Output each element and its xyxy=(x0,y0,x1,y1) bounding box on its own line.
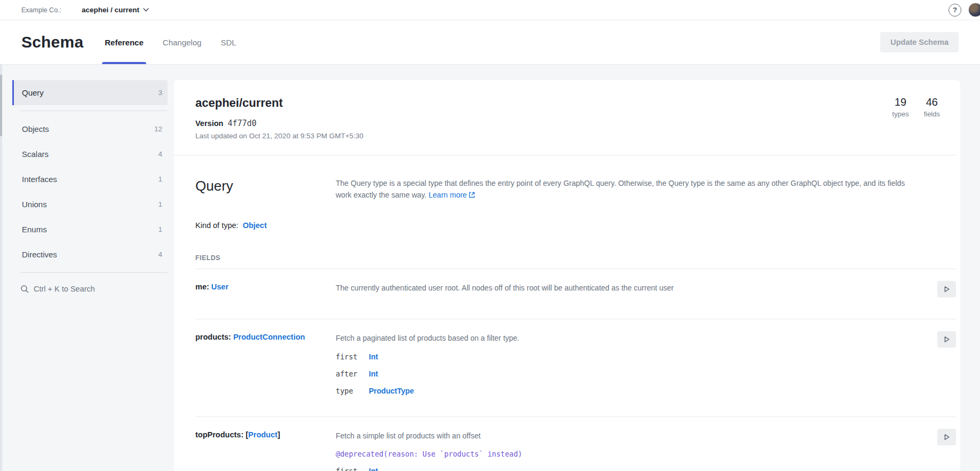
run-field-button[interactable] xyxy=(937,281,956,297)
sidebar-item-interfaces[interactable]: Interfaces 1 xyxy=(12,167,168,192)
sidebar-item-label: Interfaces xyxy=(22,175,57,184)
play-icon xyxy=(943,285,951,293)
type-section-query: Query The Query type is a special type t… xyxy=(195,155,956,471)
graph-selector-label: acephei / current xyxy=(82,6,139,14)
sidebar-item-directives[interactable]: Directives 4 xyxy=(12,242,168,267)
sidebar-divider xyxy=(20,111,168,111)
arg-name: first xyxy=(336,352,361,361)
sidebar-item-count: 1 xyxy=(158,175,162,183)
sidebar-divider xyxy=(20,272,168,273)
learn-more-label: Learn more xyxy=(429,191,467,199)
kind-value-link[interactable]: Object xyxy=(243,221,267,230)
graph-title: acephei/current xyxy=(195,96,363,110)
sidebar-item-count: 4 xyxy=(158,150,162,158)
help-icon[interactable]: ? xyxy=(949,4,961,17)
sidebar-item-enums[interactable]: Enums 1 xyxy=(12,217,168,242)
sidebar-item-label: Query xyxy=(22,88,44,97)
field-name-text: products: xyxy=(195,333,231,341)
version-hash: 4f77d0 xyxy=(227,119,256,128)
tab-sdl[interactable]: SDL xyxy=(220,20,236,64)
schema-stats: 19 types 46 fields xyxy=(892,96,940,140)
stat-label: fields xyxy=(924,110,940,118)
topbar: Example Co.: acephei / current ? xyxy=(0,0,980,20)
field-description: Fetch a paginated list of products based… xyxy=(336,333,928,344)
last-updated: Last updated on Oct 21, 2020 at 9:53 PM … xyxy=(195,132,363,140)
run-field-button[interactable] xyxy=(937,331,956,348)
sidebar-item-objects[interactable]: Objects 12 xyxy=(12,116,168,142)
sidebar-item-label: Directives xyxy=(22,250,57,259)
tab-bar: Reference Changelog SDL xyxy=(105,20,236,64)
field-name: products: ProductConnection xyxy=(195,333,336,395)
graph-selector[interactable]: acephei / current xyxy=(82,6,149,14)
sidebar-item-scalars[interactable]: Scalars 4 xyxy=(12,142,168,167)
sidebar-item-label: Enums xyxy=(22,225,47,234)
stat-value: 19 xyxy=(892,96,909,108)
play-icon xyxy=(943,335,951,343)
page-title: Schema xyxy=(21,33,83,51)
field-type-link[interactable]: Product xyxy=(248,430,278,439)
arg-name: first xyxy=(336,467,361,471)
deprecated-directive: @deprecated(reason: Use `products` inste… xyxy=(336,450,928,458)
chevron-down-icon xyxy=(143,8,149,12)
field-description: Fetch a simple list of products with an … xyxy=(336,430,928,442)
sidebar-item-label: Objects xyxy=(22,124,49,134)
tab-reference[interactable]: Reference xyxy=(105,20,144,64)
sidebar-item-count: 1 xyxy=(158,200,162,208)
type-description: The Query type is a special type that de… xyxy=(336,178,928,201)
schema-search[interactable]: Ctrl + K to Search xyxy=(12,285,168,293)
field-row-products: products: ProductConnection Fetch a pagi… xyxy=(195,319,956,410)
field-row-me: me: User The currently authenticated use… xyxy=(195,269,956,312)
org-label: Example Co.: xyxy=(21,6,61,14)
version-line: Version 4f77d0 xyxy=(195,119,363,128)
run-field-button[interactable] xyxy=(937,429,956,445)
arg-name: after xyxy=(336,370,361,378)
sidebar-item-count: 12 xyxy=(154,125,162,133)
page-scrollbar[interactable] xyxy=(0,64,2,471)
field-name: me: User xyxy=(195,282,336,297)
type-header-row: Query The Query type is a special type t… xyxy=(195,178,956,201)
type-description-text: The Query type is a special type that de… xyxy=(336,179,905,199)
arg-type-link[interactable]: Int xyxy=(369,352,378,361)
page-body: Query 3 Objects 12 Scalars 4 Interfaces … xyxy=(0,64,980,471)
avatar[interactable] xyxy=(968,3,980,17)
field-type-link[interactable]: ProductConnection xyxy=(233,333,305,341)
arg-row: first Int xyxy=(336,352,928,361)
learn-more-link[interactable]: Learn more xyxy=(429,191,475,199)
fields-heading: FIELDS xyxy=(195,254,956,262)
update-schema-button[interactable]: Update Schema xyxy=(880,32,959,52)
arg-row: type ProductType xyxy=(336,387,928,395)
scrollbar-thumb[interactable] xyxy=(0,75,2,136)
arg-type-link[interactable]: ProductType xyxy=(369,387,414,395)
search-icon xyxy=(20,285,29,293)
sidebar-item-count: 4 xyxy=(158,250,162,258)
field-description: The currently authenticated user root. A… xyxy=(336,282,928,294)
sidebar-item-count: 3 xyxy=(158,89,162,97)
sidebar: Query 3 Objects 12 Scalars 4 Interfaces … xyxy=(12,80,168,471)
stat-fields: 46 fields xyxy=(924,96,940,140)
arg-row: first Int xyxy=(336,467,928,471)
field-type-suffix: ] xyxy=(278,430,280,439)
sidebar-item-label: Scalars xyxy=(22,150,49,159)
arg-row: after Int xyxy=(336,370,928,378)
kind-label: Kind of type: xyxy=(195,221,239,230)
field-args: first Int xyxy=(336,467,928,471)
field-name: topProducts: [Product] xyxy=(195,430,336,471)
arg-type-link[interactable]: Int xyxy=(369,370,378,378)
stat-value: 46 xyxy=(924,96,940,108)
sidebar-item-unions[interactable]: Unions 1 xyxy=(12,192,168,217)
page-header: Schema Reference Changelog SDL Update Sc… xyxy=(0,20,980,64)
field-row-topproducts: topProducts: [Product] Fetch a simple li… xyxy=(195,417,956,471)
play-icon xyxy=(943,433,951,441)
schema-reference-card: acephei/current Version 4f77d0 Last upda… xyxy=(174,80,960,471)
arg-name: type xyxy=(336,387,361,395)
field-type-link[interactable]: User xyxy=(211,282,228,291)
kind-of-type: Kind of type: Object xyxy=(195,221,956,230)
stat-types: 19 types xyxy=(892,96,909,140)
field-args: first Int after Int type ProductType xyxy=(336,352,928,395)
type-name: Query xyxy=(195,178,336,194)
arg-type-link[interactable]: Int xyxy=(369,467,378,471)
stat-label: types xyxy=(892,110,909,118)
version-label: Version xyxy=(195,119,223,128)
sidebar-item-query[interactable]: Query 3 xyxy=(12,80,168,105)
tab-changelog[interactable]: Changelog xyxy=(163,20,202,64)
